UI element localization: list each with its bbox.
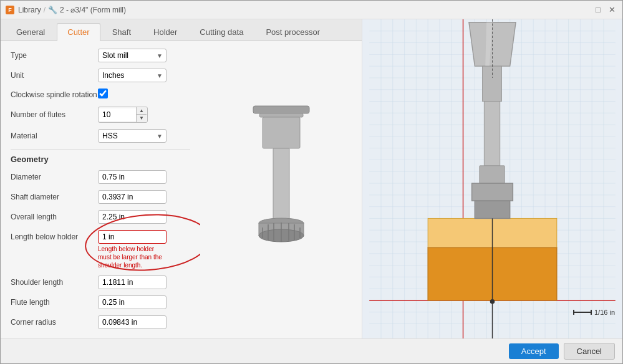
diameter-input[interactable]: 0.75 in — [98, 170, 167, 184]
material-field-row: Material HSS Carbide ▼ — [11, 129, 190, 143]
svg-rect-72 — [475, 201, 510, 218]
geometry-title: Geometry — [11, 155, 190, 164]
below-holder-field-wrapper: 1 in Length below holder must be larger … — [98, 230, 190, 269]
svg-rect-3 — [263, 117, 300, 148]
breadcrumb-sep: / — [44, 6, 46, 14]
flutes-field-row: Number of flutes 10 ▲ ▼ — [11, 107, 190, 123]
form-section: Type Slot mill ▼ Unit — [1, 41, 200, 338]
tab-cutting-data[interactable]: Cutting data — [189, 23, 254, 41]
breadcrumb-item: 🔧 — [48, 6, 57, 14]
spindle-checkbox[interactable] — [98, 89, 108, 98]
tab-general[interactable]: General — [6, 23, 56, 41]
type-value: Slot mill ▼ — [98, 49, 190, 62]
unit-label: Unit — [11, 71, 98, 80]
svg-rect-71 — [472, 183, 513, 201]
titlebar-left: F Library / 🔧 2 - ⌀3/4" (Form mill) — [6, 6, 126, 14]
scale-label: 1/16 in — [594, 309, 615, 316]
3d-view-canvas — [362, 19, 622, 338]
accept-button[interactable]: Accept — [509, 343, 559, 359]
below-holder-label: Length below holder — [11, 230, 98, 241]
flutes-spinners: ▲ ▼ — [136, 107, 147, 122]
app-icon: F — [6, 6, 14, 14]
type-field-row: Type Slot mill ▼ — [11, 49, 190, 62]
type-label: Type — [11, 51, 98, 60]
diameter-field-row: Diameter 0.75 in — [11, 170, 190, 184]
flute-length-label: Flute length — [11, 298, 98, 307]
corner-radius-input-wrapper: 0.09843 in — [98, 315, 190, 329]
tab-shaft[interactable]: Shaft — [102, 23, 142, 41]
svg-rect-2 — [259, 113, 303, 117]
main-content: General Cutter Shaft Holder Cutting data… — [1, 19, 622, 338]
overall-length-label: Overall length — [11, 213, 98, 221]
flutes-number-wrapper: 10 ▲ ▼ — [98, 107, 148, 123]
tool-library-window: F Library / 🔧 2 - ⌀3/4" (Form mill) □ ✕ … — [0, 0, 623, 364]
breadcrumb: Library / 🔧 2 - ⌀3/4" (Form mill) — [18, 6, 126, 14]
overall-length-input[interactable]: 2.25 in — [98, 210, 167, 224]
titlebar: F Library / 🔧 2 - ⌀3/4" (Form mill) □ ✕ — [1, 1, 622, 19]
divider-1 — [11, 149, 190, 150]
material-label: Material — [11, 132, 98, 140]
unit-value: Inches Millimeters ▼ — [98, 69, 190, 82]
tool-illustration — [241, 100, 322, 280]
flutes-input-wrapper: 10 ▲ ▼ — [98, 107, 190, 123]
overall-length-input-wrapper: 2.25 in — [98, 210, 190, 224]
svg-rect-4 — [273, 148, 289, 223]
scale-bar — [573, 312, 592, 313]
material-select[interactable]: HSS Carbide — [98, 129, 167, 143]
panel-body: Type Slot mill ▼ Unit — [1, 41, 362, 338]
svg-rect-68 — [483, 66, 502, 101]
tab-post-processor[interactable]: Post processor — [255, 23, 331, 41]
spindle-label: Clockwise spindle rotation — [11, 90, 98, 99]
diameter-label: Diameter — [11, 173, 98, 181]
shoulder-length-field-row: Shoulder length 1.1811 in — [11, 275, 190, 289]
left-panel: General Cutter Shaft Holder Cutting data… — [1, 19, 362, 338]
unit-select-wrapper: Inches Millimeters ▼ — [98, 69, 167, 82]
flute-length-input[interactable]: 0.25 in — [98, 295, 167, 309]
diameter-input-wrapper: 0.75 in — [98, 170, 190, 184]
flutes-label: Number of flutes — [11, 110, 98, 119]
shaft-diameter-input-wrapper: 0.3937 in — [98, 190, 190, 204]
titlebar-controls: □ ✕ — [592, 4, 617, 16]
shaft-diameter-field-row: Shaft diameter 0.3937 in — [11, 190, 190, 204]
corner-radius-label: Corner radius — [11, 318, 98, 327]
flute-length-field-row: Flute length 0.25 in — [11, 295, 190, 309]
tabs-bar: General Cutter Shaft Holder Cutting data… — [1, 19, 362, 41]
material-select-wrapper: HSS Carbide ▼ — [98, 129, 167, 143]
svg-rect-1 — [253, 106, 309, 113]
tab-holder[interactable]: Holder — [143, 23, 188, 41]
tab-cutter[interactable]: Cutter — [57, 23, 100, 41]
spindle-checkbox-wrapper — [98, 89, 190, 100]
type-select[interactable]: Slot mill — [98, 49, 167, 62]
close-button[interactable]: ✕ — [606, 4, 617, 16]
right-panel-3d: 1/16 in — [362, 19, 622, 338]
below-holder-field-row: Length below holder 1 in Length below ho… — [11, 230, 190, 269]
svg-rect-70 — [480, 166, 505, 183]
svg-rect-69 — [484, 102, 500, 166]
shoulder-length-label: Shoulder length — [11, 278, 98, 287]
flutes-input[interactable]: 10 — [99, 108, 136, 121]
shaft-diameter-input[interactable]: 0.3937 in — [98, 190, 167, 204]
flutes-decrement[interactable]: ▼ — [137, 115, 147, 122]
scale-indicator: 1/16 in — [573, 309, 615, 316]
breadcrumb-library[interactable]: Library — [18, 6, 41, 14]
minimize-button[interactable]: □ — [592, 4, 604, 16]
cancel-button[interactable]: Cancel — [564, 343, 615, 360]
breadcrumb-tool-name: 2 - ⌀3/4" (Form mill) — [60, 6, 126, 14]
below-holder-error-message: Length below holder must be larger than … — [98, 245, 167, 269]
unit-field-row: Unit Inches Millimeters ▼ — [11, 69, 190, 82]
material-value: HSS Carbide ▼ — [98, 129, 190, 143]
tool-preview — [200, 41, 362, 338]
flute-length-input-wrapper: 0.25 in — [98, 295, 190, 309]
bottom-bar: Accept Cancel — [1, 338, 622, 363]
unit-select[interactable]: Inches Millimeters — [98, 69, 167, 82]
type-select-wrapper: Slot mill ▼ — [98, 49, 167, 62]
shoulder-length-input-wrapper: 1.1811 in — [98, 275, 190, 289]
corner-radius-input[interactable]: 0.09843 in — [98, 315, 167, 329]
shoulder-length-input[interactable]: 1.1811 in — [98, 275, 167, 289]
overall-length-field-row: Overall length 2.25 in — [11, 210, 190, 224]
spindle-field-row: Clockwise spindle rotation — [11, 89, 190, 100]
corner-radius-field-row: Corner radius 0.09843 in — [11, 315, 190, 329]
flutes-increment[interactable]: ▲ — [137, 107, 147, 115]
shaft-diameter-label: Shaft diameter — [11, 193, 98, 201]
below-holder-input[interactable]: 1 in — [98, 230, 167, 244]
